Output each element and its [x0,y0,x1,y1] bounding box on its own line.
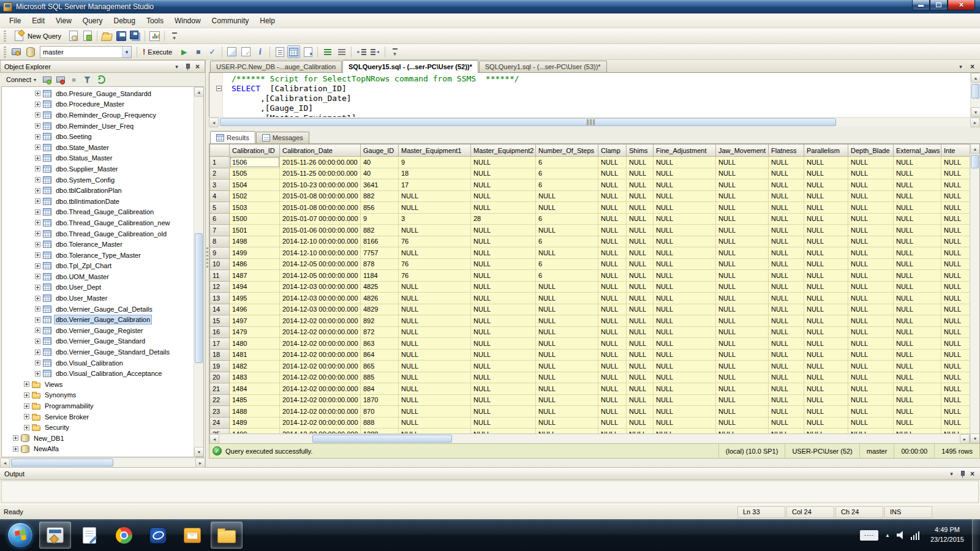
grid-cell[interactable]: NULL [848,349,894,361]
grid-cell[interactable]: NULL [536,247,598,259]
grid-cell[interactable]: NULL [848,202,894,214]
server-connect-icon[interactable] [40,73,53,86]
grid-cell[interactable]: NULL [627,258,654,270]
grid-cell[interactable]: NULL [471,406,536,418]
row-header[interactable]: 20 [210,372,230,383]
connect-button[interactable]: Connect [2,75,40,84]
grid-cell[interactable]: 1501 [230,225,280,236]
notepad-taskbar-button[interactable] [74,522,105,549]
column-header[interactable]: Number_Of_Steps [536,144,598,157]
tree-item-database[interactable]: New_DB1 [2,433,194,444]
grid-cell[interactable]: NULL [804,383,848,395]
row-header[interactable]: 8 [210,236,230,247]
grid-cell[interactable]: NULL [399,349,471,361]
grid-cell[interactable]: NULL [894,406,941,418]
expand-icon[interactable] [35,274,40,279]
scroll-up-button[interactable] [971,73,980,83]
grid-cell[interactable]: NULL [848,394,894,406]
grid-cell[interactable]: 4829 [361,304,399,315]
grid-cell[interactable]: NULL [399,361,471,372]
grid-cell[interactable]: NULL [654,157,716,168]
grid-cell[interactable]: NULL [848,338,894,350]
grid-cell[interactable]: NULL [894,383,941,395]
grid-cell[interactable]: NULL [769,406,804,418]
grid-cell[interactable]: NULL [654,417,716,429]
grid-cell[interactable]: NULL [471,372,536,383]
grid-cell[interactable]: NULL [598,304,627,315]
column-header[interactable]: Master_Equipment1 [399,144,471,157]
grid-cell[interactable]: NULL [769,179,804,191]
grid-cell[interactable]: NULL [894,157,941,168]
grid-cell[interactable]: NULL [894,202,941,214]
grid-cell[interactable]: NULL [894,326,941,338]
grid-cell[interactable]: NULL [536,361,598,372]
grid-cell[interactable]: NULL [654,236,716,247]
expand-icon[interactable] [35,144,40,150]
grid-cell[interactable]: NULL [804,179,848,191]
grid-cell[interactable]: 40 [361,168,399,179]
grid-cell[interactable]: NULL [627,361,654,372]
grid-cell[interactable]: NULL [804,372,848,383]
grid-cell[interactable]: 2014-12-02 00:00:00.000 [280,338,361,350]
scroll-track[interactable] [219,434,960,443]
row-header[interactable]: 19 [210,361,230,372]
expand-icon[interactable] [13,446,18,452]
grid-cell[interactable]: NULL [716,168,769,179]
grid-cell[interactable]: NULL [654,213,716,225]
row-header[interactable]: 4 [210,190,230,202]
results-to-grid-icon[interactable] [287,45,300,58]
grid-vertical-scrollbar[interactable] [970,144,979,443]
grid-cell[interactable]: 1504 [230,179,280,191]
expand-icon[interactable] [35,102,40,107]
grid-cell[interactable]: 3 [399,213,471,225]
scroll-thumb[interactable] [195,233,203,363]
grid-cell[interactable]: 1487 [230,270,280,282]
grid-cell[interactable]: NULL [716,270,769,282]
grid-cell[interactable]: NULL [716,213,769,225]
grid-cell[interactable]: 6 [536,270,598,282]
grid-cell[interactable]: 6 [536,258,598,270]
stop-process-icon[interactable] [67,73,80,86]
tree-item-table[interactable]: dbo.Vernier_Gauge_Cal_Details [2,304,194,315]
grid-cell[interactable]: NULL [598,372,627,383]
column-header[interactable]: Shims [627,144,654,157]
row-header[interactable]: 10 [210,258,230,270]
analysis-query-icon[interactable] [81,29,94,42]
expand-icon[interactable] [35,263,40,269]
grid-cell[interactable]: NULL [598,225,627,236]
grid-cell[interactable]: NULL [654,338,716,350]
grid-cell[interactable]: NULL [716,304,769,315]
document-tab[interactable]: SQLQuery1.sql - (...ser-PC\User (53))* [479,61,607,72]
grid-cell[interactable]: NULL [654,281,716,293]
grid-cell[interactable]: NULL [627,383,654,395]
grid-cell[interactable]: 1483 [230,372,280,383]
grid-cell[interactable]: 2014-12-02 00:00:00.000 [280,383,361,395]
row-header[interactable]: 13 [210,293,230,304]
filter-icon[interactable] [81,73,94,86]
row-header[interactable]: 5 [210,202,230,214]
grid-cell[interactable]: NULL [536,383,598,395]
show-desktop-button[interactable] [972,519,980,551]
menu-item-tools[interactable]: Tools [141,13,169,28]
grid-cell[interactable]: NULL [894,213,941,225]
tree-item-folder[interactable]: Programmability [2,400,194,411]
activity-monitor-icon[interactable] [148,29,161,42]
grid-cell[interactable]: NULL [598,293,627,304]
grid-cell[interactable]: NULL [598,157,627,168]
grid-cell[interactable]: NULL [536,394,598,406]
grid-cell[interactable]: 1499 [230,247,280,259]
grid-cell[interactable]: NULL [471,236,536,247]
grid-cell[interactable]: NULL [769,372,804,383]
grid-cell[interactable]: NULL [654,247,716,259]
grid-cell[interactable]: NULL [627,213,654,225]
tree-horizontal-scrollbar[interactable] [0,457,205,467]
scroll-up-button[interactable] [194,87,204,97]
tree-item-folder[interactable]: Service Broker [2,411,194,422]
expand-icon[interactable] [35,166,40,171]
grid-cell[interactable]: NULL [536,281,598,293]
pane-splitter-grip[interactable] [587,119,595,125]
fold-collapse-icon[interactable] [216,86,222,91]
grid-cell[interactable]: NULL [536,315,598,327]
row-header[interactable]: 22 [210,394,230,406]
restore-button[interactable] [930,0,948,10]
